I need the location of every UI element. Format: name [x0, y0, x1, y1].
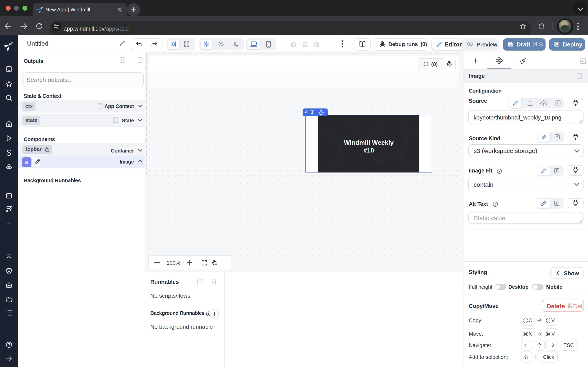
svg-text:#10: #10: [363, 147, 374, 154]
svg-text:Windmill Weekly: Windmill Weekly: [344, 139, 394, 146]
